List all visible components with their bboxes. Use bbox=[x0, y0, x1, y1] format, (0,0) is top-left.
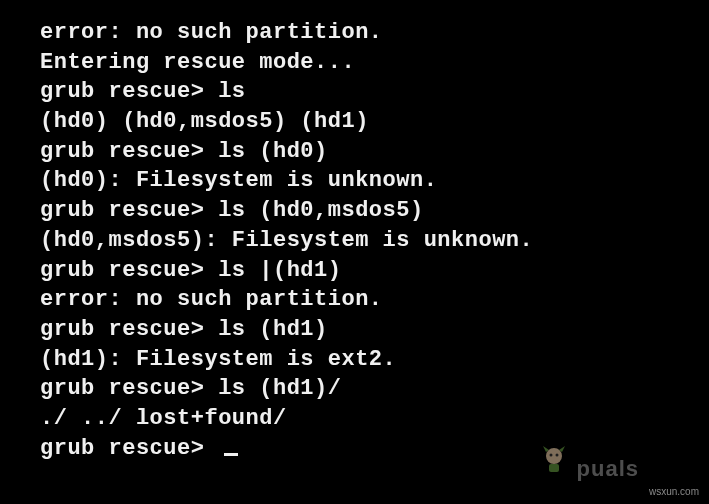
svg-point-1 bbox=[550, 454, 553, 457]
svg-point-0 bbox=[546, 448, 562, 464]
prompt-line: grub rescue> ls (hd1) bbox=[40, 315, 709, 345]
prompt-line: grub rescue> ls (hd1)/ bbox=[40, 374, 709, 404]
watermark-text: wsxun.com bbox=[649, 485, 699, 499]
output-line: Entering rescue mode... bbox=[40, 48, 709, 78]
output-line: ./ ../ lost+found/ bbox=[40, 404, 709, 434]
output-line: (hd0): Filesystem is unknown. bbox=[40, 166, 709, 196]
svg-point-2 bbox=[556, 454, 559, 457]
output-line: (hd0) (hd0,msdos5) (hd1) bbox=[40, 107, 709, 137]
prompt-line: grub rescue> ls (hd0,msdos5) bbox=[40, 196, 709, 226]
output-line: error: no such partition. bbox=[40, 285, 709, 315]
prompt-text: grub rescue> bbox=[40, 436, 218, 461]
cursor bbox=[224, 453, 238, 456]
logo-mascot-icon bbox=[539, 444, 569, 474]
logo-text: puals bbox=[577, 454, 639, 484]
output-line: (hd1): Filesystem is ext2. bbox=[40, 345, 709, 375]
prompt-line: grub rescue> ls bbox=[40, 77, 709, 107]
terminal-output: error: no such partition. Entering rescu… bbox=[40, 18, 709, 463]
prompt-line: grub rescue> ls (hd0) bbox=[40, 137, 709, 167]
prompt-line: grub rescue> ls |(hd1) bbox=[40, 256, 709, 286]
output-line: (hd0,msdos5): Filesystem is unknown. bbox=[40, 226, 709, 256]
svg-rect-3 bbox=[549, 464, 559, 472]
output-line: error: no such partition. bbox=[40, 18, 709, 48]
